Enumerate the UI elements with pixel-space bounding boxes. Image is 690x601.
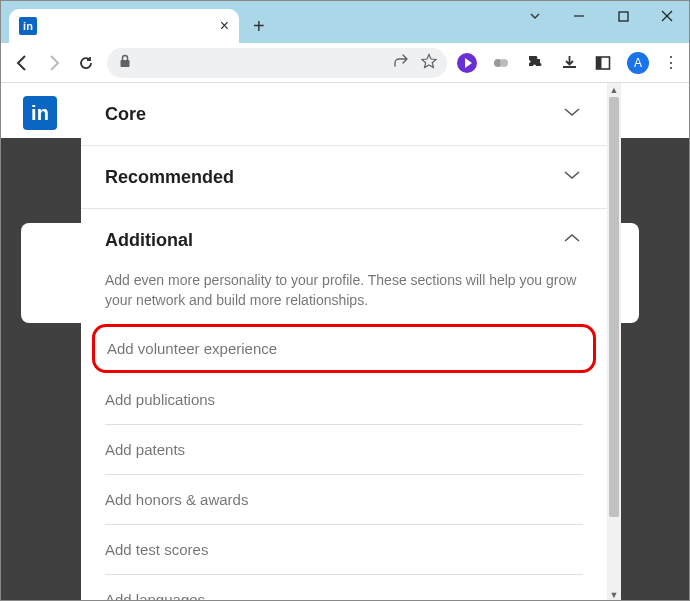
tab-close-icon[interactable]: × [220,17,229,35]
section-core[interactable]: Core [81,83,607,146]
section-core-title: Core [105,104,146,125]
scrollbar[interactable]: ▲ ▼ [607,83,621,601]
lock-icon [119,54,131,71]
page-content: in Core Recommended Additional [1,83,689,601]
item-add-volunteer-experience[interactable]: Add volunteer experience [92,324,596,373]
window-titlebar: in × + [1,1,689,43]
extensions-puzzle-icon[interactable] [525,53,545,73]
browser-tab[interactable]: in × [9,9,239,43]
svg-rect-4 [121,60,130,67]
reload-button[interactable] [75,54,97,72]
linkedin-logo[interactable]: in [23,96,57,130]
item-add-languages[interactable]: Add languages [105,575,583,601]
new-tab-button[interactable]: + [253,15,265,38]
chevron-down-icon [561,164,583,190]
section-additional-description: Add even more personality to your profil… [81,271,607,322]
add-section-modal: Core Recommended Additional [81,83,621,601]
address-bar[interactable] [107,48,447,78]
profile-avatar[interactable]: A [627,52,649,74]
item-add-test-scores[interactable]: Add test scores [105,525,583,575]
item-add-honors-awards[interactable]: Add honors & awards [105,475,583,525]
maximize-button[interactable] [601,1,645,31]
svg-rect-8 [597,57,602,69]
chevron-up-icon [561,227,583,253]
chevron-down-icon [561,101,583,127]
tab-search-icon[interactable] [513,1,557,31]
section-recommended-title: Recommended [105,167,234,188]
svg-point-6 [500,59,508,67]
scrollbar-thumb[interactable] [609,97,619,517]
share-icon[interactable] [393,53,409,73]
back-button[interactable] [11,54,33,72]
chrome-menu-icon[interactable]: ⋮ [663,53,679,72]
item-add-patents[interactable]: Add patents [105,425,583,475]
svg-rect-1 [619,12,628,21]
item-add-publications[interactable]: Add publications [105,375,583,425]
close-window-button[interactable] [645,1,689,31]
bookmark-star-icon[interactable] [421,53,437,73]
scrollbar-down-arrow[interactable]: ▼ [607,588,621,601]
section-recommended[interactable]: Recommended [81,146,607,209]
extension-icon-2[interactable] [491,53,511,73]
scrollbar-up-arrow[interactable]: ▲ [607,83,621,97]
side-panel-icon[interactable] [593,53,613,73]
section-additional-title: Additional [105,230,193,251]
downloads-icon[interactable] [559,53,579,73]
section-additional[interactable]: Additional [81,209,607,271]
minimize-button[interactable] [557,1,601,31]
forward-button[interactable] [43,54,65,72]
linkedin-favicon: in [19,17,37,35]
browser-toolbar: A ⋮ [1,43,689,83]
play-extension-icon[interactable] [457,53,477,73]
